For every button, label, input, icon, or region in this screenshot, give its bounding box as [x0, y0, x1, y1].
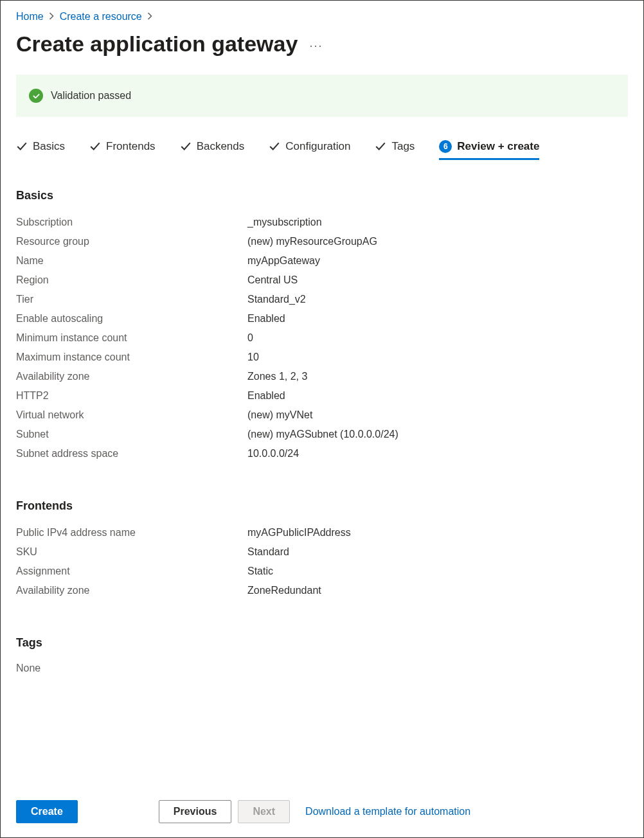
- kv-value: (new) myResourceGroupAG: [247, 236, 377, 247]
- kv-label: Tier: [16, 294, 247, 305]
- tab-label: Configuration: [285, 140, 350, 153]
- previous-button[interactable]: Previous: [159, 800, 232, 823]
- kv-label: HTTP2: [16, 390, 247, 402]
- section-title-tags: Tags: [16, 636, 628, 650]
- kv-label: Assignment: [16, 566, 247, 577]
- kv-row: SKUStandard: [16, 542, 628, 562]
- tab-label: Backends: [197, 140, 245, 153]
- tags-none: None: [16, 660, 628, 677]
- kv-value: Static: [247, 566, 273, 577]
- kv-value: (new) myAGSubnet (10.0.0.0/24): [247, 429, 398, 440]
- tab-review-create[interactable]: 6 Review + create: [439, 140, 539, 160]
- tab-label: Tags: [391, 140, 415, 153]
- kv-label: Minimum instance count: [16, 332, 247, 344]
- check-icon: [180, 141, 192, 152]
- breadcrumb-create-resource[interactable]: Create a resource: [60, 11, 142, 22]
- tab-tags[interactable]: Tags: [375, 140, 415, 160]
- tab-basics[interactable]: Basics: [16, 140, 65, 160]
- kv-value: 0: [247, 332, 253, 344]
- kv-row: Minimum instance count0: [16, 328, 628, 348]
- kv-value: Standard: [247, 546, 289, 558]
- kv-label: Public IPv4 address name: [16, 527, 247, 539]
- kv-value: ZoneRedundant: [247, 585, 321, 596]
- kv-row: Maximum instance count10: [16, 348, 628, 367]
- breadcrumb-home[interactable]: Home: [16, 11, 44, 22]
- kv-row: Subscription_mysubscription: [16, 213, 628, 232]
- section-title-basics: Basics: [16, 189, 628, 202]
- kv-value: Zones 1, 2, 3: [247, 371, 307, 382]
- tab-frontends[interactable]: Frontends: [89, 140, 156, 160]
- section-title-frontends: Frontends: [16, 499, 628, 513]
- tab-configuration[interactable]: Configuration: [269, 140, 350, 160]
- check-icon: [375, 141, 386, 152]
- kv-row: RegionCentral US: [16, 271, 628, 290]
- kv-row: Subnet address space10.0.0.0/24: [16, 444, 628, 463]
- download-template-link[interactable]: Download a template for automation: [305, 806, 470, 817]
- wizard-tabs: Basics Frontends Backends Configuration …: [16, 140, 628, 161]
- kv-label: Virtual network: [16, 409, 247, 421]
- kv-value: myAppGateway: [247, 255, 320, 267]
- kv-row: Availability zoneZones 1, 2, 3: [16, 367, 628, 386]
- page-title-row: Create application gateway ···: [16, 31, 628, 57]
- kv-label: Subnet: [16, 429, 247, 440]
- kv-row: Resource group(new) myResourceGroupAG: [16, 232, 628, 251]
- chevron-right-icon: [49, 11, 55, 22]
- kv-label: Subscription: [16, 217, 247, 228]
- kv-value: 10: [247, 352, 259, 363]
- breadcrumb: Home Create a resource: [16, 11, 628, 22]
- kv-value: Enabled: [247, 390, 285, 402]
- kv-value: Central US: [247, 274, 298, 286]
- kv-row: Public IPv4 address namemyAGPublicIPAddr…: [16, 523, 628, 542]
- kv-label: Subnet address space: [16, 448, 247, 459]
- kv-label: Availability zone: [16, 371, 247, 382]
- kv-row: Enable autoscalingEnabled: [16, 309, 628, 328]
- kv-row: Availability zoneZoneRedundant: [16, 581, 628, 600]
- kv-row: Subnet(new) myAGSubnet (10.0.0.0/24): [16, 425, 628, 444]
- kv-row: NamemyAppGateway: [16, 251, 628, 271]
- kv-value: _mysubscription: [247, 217, 322, 228]
- kv-row: Virtual network(new) myVNet: [16, 406, 628, 425]
- tab-backends[interactable]: Backends: [180, 140, 245, 160]
- section-basics: Basics Subscription_mysubscription Resou…: [16, 189, 628, 463]
- kv-label: Resource group: [16, 236, 247, 247]
- kv-row: HTTP2Enabled: [16, 386, 628, 406]
- validation-banner: Validation passed: [16, 75, 628, 117]
- kv-label: Availability zone: [16, 585, 247, 596]
- tab-label: Basics: [33, 140, 65, 153]
- wizard-footer: Create Previous Next Download a template…: [1, 789, 643, 837]
- page-title: Create application gateway: [16, 31, 298, 57]
- kv-value: Standard_v2: [247, 294, 306, 305]
- kv-row: AssignmentStatic: [16, 562, 628, 581]
- section-tags: Tags None: [16, 636, 628, 677]
- tab-label: Review + create: [457, 140, 539, 153]
- kv-label: SKU: [16, 546, 247, 558]
- next-button: Next: [238, 800, 290, 823]
- kv-value: (new) myVNet: [247, 409, 312, 421]
- check-icon: [16, 141, 28, 152]
- kv-label: Region: [16, 274, 247, 286]
- kv-label: Maximum instance count: [16, 352, 247, 363]
- kv-label: Enable autoscaling: [16, 313, 247, 325]
- kv-row: TierStandard_v2: [16, 290, 628, 309]
- create-button[interactable]: Create: [16, 800, 78, 823]
- more-menu-icon[interactable]: ···: [309, 39, 323, 53]
- check-icon: [89, 141, 101, 152]
- check-circle-icon: [29, 89, 43, 103]
- kv-label: Name: [16, 255, 247, 267]
- kv-value: 10.0.0.0/24: [247, 448, 299, 459]
- kv-value: Enabled: [247, 313, 285, 325]
- chevron-right-icon: [147, 11, 153, 22]
- check-icon: [269, 141, 280, 152]
- section-frontends: Frontends Public IPv4 address namemyAGPu…: [16, 499, 628, 600]
- tab-label: Frontends: [106, 140, 156, 153]
- tab-step-number: 6: [439, 140, 452, 153]
- kv-value: myAGPublicIPAddress: [247, 527, 351, 539]
- validation-message: Validation passed: [51, 90, 131, 102]
